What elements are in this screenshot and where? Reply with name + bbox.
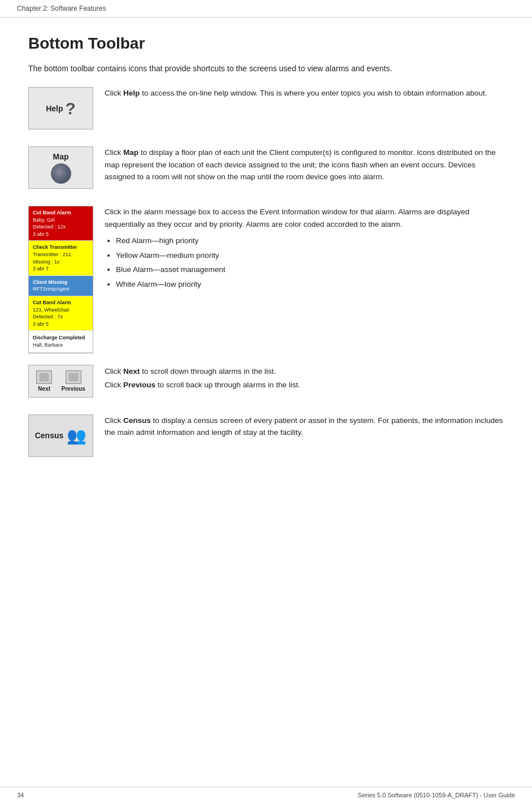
intro-paragraph: The bottom toolbar contains icons that p… (28, 64, 504, 73)
chapter-label: Chapter 2: Software Features (17, 5, 106, 12)
prev-desc-prefix: Click (105, 381, 123, 389)
nav-description: Click Next to scroll down through alarms… (105, 365, 504, 392)
prev-keyword: Previous (123, 381, 155, 389)
alarm-description: Click in the alarm message box to access… (105, 206, 504, 293)
help-section: Help ? Click Help to access the on-line … (28, 87, 504, 129)
next-button-icon (36, 370, 52, 384)
census-label: Census (35, 431, 64, 440)
navigation-section: Next Previous Click Next to scroll down … (28, 365, 504, 398)
map-desc-prefix: Click (105, 148, 123, 157)
census-desc-prefix: Click (105, 416, 123, 425)
alarm-item-2: Check Transmitter Transmitter : 211 Miss… (29, 241, 93, 275)
alarm-4-line4: 3 abr 5 (33, 321, 89, 328)
nav-buttons-panel: Next Previous (28, 365, 93, 398)
help-desc-suffix: to access the on-line help window. This … (140, 89, 487, 97)
alarm-3-line2: RFTSnmpAgent (33, 286, 89, 293)
alarm-4-line2: 123, Wheelchair (33, 306, 89, 314)
map-icon-box: Map (28, 146, 93, 189)
alarm-item-4: Cut Band Alarm 123, Wheelchair Detected … (29, 296, 93, 331)
map-keyword: Map (123, 148, 139, 157)
next-label: Next (38, 386, 50, 392)
help-label: Help (46, 104, 63, 113)
prev-desc-suffix: to scroll back up through alarms in the … (155, 381, 300, 389)
globe-icon (51, 163, 71, 184)
alarm-4-line3: Detected : 7x (33, 313, 89, 321)
census-icon-box: Census 👥 (28, 415, 93, 457)
help-icon-box: Help ? (28, 87, 93, 129)
alarm-1-line2: Baby, Girl (33, 217, 89, 224)
help-keyword: Help (123, 89, 140, 97)
alarm-2-line4: 3 abr 7 (33, 265, 89, 273)
prev-desc: Click Previous to scroll back up through… (105, 378, 504, 392)
help-description: Click Help to access the on-line help wi… (105, 87, 504, 100)
alarm-item-5: Discharge Completed Hall, Barbara (29, 331, 93, 352)
next-desc-suffix: to scroll down through alarms in the lis… (140, 367, 276, 375)
alarm-5-line2: Hall, Barbara (33, 342, 89, 349)
alarm-1-line3: Detected : 12x (33, 223, 89, 231)
alarm-2-line3: Missing : 1x (33, 258, 89, 266)
bullet-yellow: Yellow Alarm—medium priority (116, 249, 504, 262)
map-label: Map (53, 152, 69, 161)
alarm-4-title: Cut Band Alarm (33, 299, 89, 306)
help-desc-prefix: Click (105, 89, 123, 97)
alarm-item-3: Client Missing RFTSnmpAgent (29, 276, 93, 296)
alarm-1-title: Cut Band Alarm (33, 209, 89, 217)
alarms-section: Cut Band Alarm Baby, Girl Detected : 12x… (28, 206, 504, 353)
census-keyword: Census (123, 416, 151, 425)
svg-rect-3 (71, 375, 76, 379)
alarm-1-line4: 3 abr 5 (33, 231, 89, 238)
alarm-item-1: Cut Band Alarm Baby, Girl Detected : 12x… (29, 206, 93, 241)
question-mark-icon: ? (66, 99, 76, 118)
next-desc: Click Next to scroll down through alarms… (105, 365, 504, 378)
alarm-2-title: Check Transmitter (33, 244, 89, 251)
previous-button[interactable]: Previous (62, 370, 85, 392)
main-content: Bottom Toolbar The bottom toolbar contai… (0, 18, 532, 508)
census-desc-suffix: to display a census screen of every pati… (105, 416, 503, 437)
footer-series-info: Series 5.0 Software (0510-1059-A_DRAFT) … (358, 792, 515, 798)
bullet-blue: Blue Alarm—asset management (116, 264, 504, 276)
next-desc-prefix: Click (105, 367, 123, 375)
alarm-2-line2: Transmitter : 211 (33, 251, 89, 258)
bullet-white: White Alarm—low priority (116, 278, 504, 291)
map-section: Map Click Map to display a floor plan of… (28, 146, 504, 189)
bullet-red: Red Alarm—high priority (116, 235, 504, 247)
census-people-icon: 👥 (67, 426, 86, 445)
previous-label: Previous (62, 386, 85, 392)
page-title: Bottom Toolbar (28, 34, 504, 53)
census-description: Click Census to display a census screen … (105, 415, 504, 439)
census-section: Census 👥 Click Census to display a censu… (28, 415, 504, 457)
alarm-5-title: Discharge Completed (33, 334, 89, 342)
alarm-desc-text: Click in the alarm message box to access… (105, 206, 504, 230)
page-header: Chapter 2: Software Features (0, 0, 532, 18)
next-icon-svg (40, 373, 49, 381)
footer-page-number: 34 (17, 792, 24, 798)
alarm-bullet-list: Red Alarm—high priority Yellow Alarm—med… (116, 235, 504, 290)
previous-button-icon (66, 370, 81, 384)
svg-rect-1 (41, 375, 47, 379)
map-description: Click Map to display a floor plan of eac… (105, 146, 504, 183)
next-button[interactable]: Next (36, 370, 52, 392)
next-keyword: Next (123, 367, 140, 375)
page-footer: 34 Series 5.0 Software (0510-1059-A_DRAF… (0, 787, 532, 803)
alarm-3-title: Client Missing (33, 279, 89, 286)
prev-icon-svg (69, 373, 78, 381)
map-desc-suffix: to display a floor plan of each unit the… (105, 148, 496, 181)
alarm-panel: Cut Band Alarm Baby, Girl Detected : 12x… (28, 206, 93, 353)
help-icon-content: Help ? (46, 99, 76, 118)
